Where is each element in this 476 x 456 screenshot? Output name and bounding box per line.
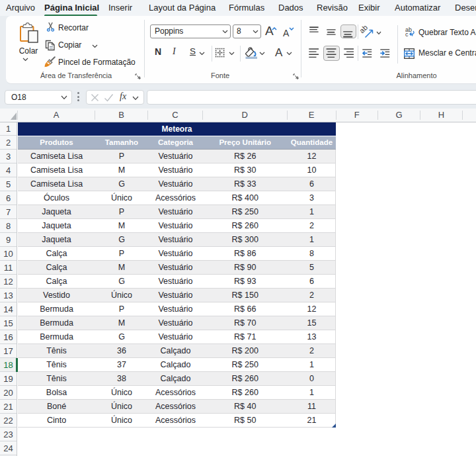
svg-text:c: c <box>405 31 409 37</box>
